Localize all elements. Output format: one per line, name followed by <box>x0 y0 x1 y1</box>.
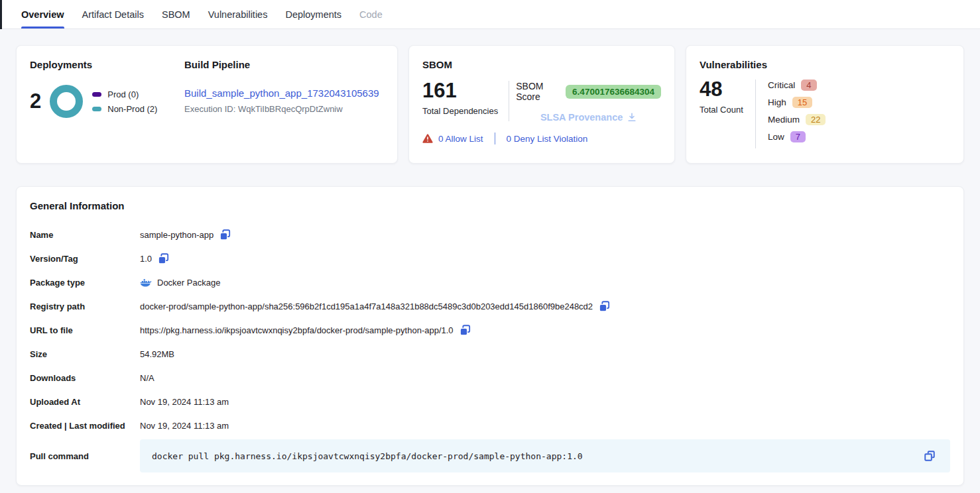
sbom-score-label: SBOM Score <box>516 81 560 102</box>
sbom-total-label: Total Dependencies <box>422 106 498 116</box>
vulnerabilities-total-label: Total Count <box>700 105 755 115</box>
critical-label: Critical <box>768 80 795 90</box>
uploaded-at-label: Uploaded At <box>30 397 140 407</box>
summary-cards-row: Deployments 2 Prod (0) Non-Prod (2) <box>16 45 964 164</box>
row-created-modified: Created | Last modified Nov 19, 2024 11:… <box>30 413 950 437</box>
links-divider <box>495 133 495 144</box>
deployments-title: Deployments <box>30 59 184 70</box>
pipeline-link[interactable]: Build_sample_python_app_1732043105639 <box>184 87 379 99</box>
row-url-to-file: URL to file https://pkg.harness.io/ikpsj… <box>30 318 950 342</box>
url-to-file-label: URL to file <box>30 325 140 335</box>
medium-count-badge: 22 <box>806 114 826 125</box>
tab-vulnerabilities[interactable]: Vulnerabilities <box>208 0 268 28</box>
copy-name-button[interactable] <box>219 229 231 241</box>
slsa-provenance-link[interactable]: SLSA Provenance <box>540 112 637 123</box>
pull-command-label: Pull command <box>30 451 140 461</box>
vulnerabilities-title: Vulnerabilities <box>700 59 950 70</box>
downloads-value: N/A <box>140 373 154 383</box>
general-information-card: General Information Name sample-python-a… <box>16 186 964 486</box>
package-type-label: Package type <box>30 278 140 288</box>
registry-path-value: docker-prod/sample-python-app/sha256:596… <box>140 301 593 311</box>
sbom-card: SBOM 161 Total Dependencies SBOM Score 6… <box>408 45 675 164</box>
severity-row-low: Low 7 <box>768 130 826 144</box>
sidebar-edge <box>0 0 2 29</box>
size-value: 54.92MB <box>140 349 174 359</box>
general-information-title: General Information <box>30 200 950 211</box>
row-uploaded-at: Uploaded At Nov 19, 2024 11:13 am <box>30 390 950 413</box>
execution-id: Execution ID: WqkTiIbBRqecQrpDtZwniw <box>184 104 384 114</box>
deployments-total-count: 2 <box>30 89 41 113</box>
deployments-section: Deployments 2 Prod (0) Non-Prod (2) <box>30 59 184 150</box>
severity-row-critical: Critical 4 <box>768 78 826 92</box>
build-pipeline-title: Build Pipeline <box>184 59 384 70</box>
tab-overview[interactable]: Overview <box>21 0 64 28</box>
legend-item-prod: Prod (0) <box>92 89 157 99</box>
row-size: Size 54.92MB <box>30 342 950 366</box>
deployments-legend: Prod (0) Non-Prod (2) <box>92 89 157 114</box>
deny-list-link[interactable]: 0 Deny List Violation <box>507 134 588 144</box>
overview-content: Deployments 2 Prod (0) Non-Prod (2) <box>0 29 980 493</box>
deployments-donut-chart <box>49 84 84 119</box>
critical-count-badge: 4 <box>801 80 816 91</box>
tab-code: Code <box>359 0 383 28</box>
severity-row-medium: Medium 22 <box>768 113 826 127</box>
row-package-type: Package type Docker Package <box>30 270 950 294</box>
sbom-score-badge: 6.470017636684304 <box>566 85 661 99</box>
medium-label: Medium <box>768 115 800 125</box>
uploaded-at-value: Nov 19, 2024 11:13 am <box>140 397 229 407</box>
tab-deployments[interactable]: Deployments <box>285 0 341 28</box>
copy-icon <box>459 325 471 336</box>
size-label: Size <box>30 349 140 359</box>
prod-label: Prod (0) <box>107 89 139 99</box>
sbom-total-count: 161 <box>422 80 498 102</box>
registry-path-label: Registry path <box>30 301 140 311</box>
name-label: Name <box>30 230 140 240</box>
version-label: Version/Tag <box>30 254 140 264</box>
artifact-tabbar: Overview Artifact Details SBOM Vulnerabi… <box>0 0 980 29</box>
allow-list-link[interactable]: 0 Allow List <box>438 134 483 144</box>
name-value: sample-python-app <box>140 230 214 240</box>
created-modified-label: Created | Last modified <box>30 421 140 431</box>
package-type-value: Docker Package <box>157 278 220 288</box>
sbom-totals: 161 Total Dependencies <box>422 80 498 123</box>
copy-version-button[interactable] <box>158 253 169 264</box>
docker-whale-icon <box>140 278 153 288</box>
vulnerabilities-card: Vulnerabilities 48 Total Count Critical … <box>686 45 964 164</box>
vulnerabilities-totals: 48 Total Count <box>700 78 755 150</box>
copy-icon <box>599 301 610 312</box>
copy-registry-path-button[interactable] <box>599 301 610 312</box>
copy-icon <box>219 229 231 241</box>
low-label: Low <box>768 132 784 142</box>
deployments-card: Deployments 2 Prod (0) Non-Prod (2) <box>16 45 398 164</box>
copy-url-button[interactable] <box>459 325 471 336</box>
build-pipeline-section: Build Pipeline Build_sample_python_app_1… <box>184 59 384 150</box>
severity-list: Critical 4 High 15 Medium 22 Low 7 <box>756 78 826 150</box>
row-downloads: Downloads N/A <box>30 366 950 390</box>
row-version: Version/Tag 1.0 <box>30 246 950 270</box>
download-icon <box>627 113 637 122</box>
severity-row-high: High 15 <box>768 95 826 109</box>
tab-sbom[interactable]: SBOM <box>162 0 190 28</box>
slsa-provenance-label: SLSA Provenance <box>540 112 623 123</box>
vulnerabilities-total-count: 48 <box>700 78 755 101</box>
version-value: 1.0 <box>140 254 152 264</box>
row-registry-path: Registry path docker-prod/sample-python-… <box>30 294 950 318</box>
prod-swatch <box>92 92 101 97</box>
high-label: High <box>768 97 786 107</box>
tab-artifact-details[interactable]: Artifact Details <box>82 0 144 28</box>
url-to-file-value: https://pkg.harness.io/ikpsjoavtcwxnqisy… <box>140 325 454 335</box>
low-count-badge: 7 <box>790 131 806 142</box>
copy-icon <box>158 253 169 264</box>
downloads-label: Downloads <box>30 373 140 383</box>
warning-triangle-icon <box>422 134 433 143</box>
pull-command-box: docker pull pkg.harness.io/ikpsjoavtcwxn… <box>140 439 950 472</box>
nonprod-label: Non-Prod (2) <box>107 104 157 114</box>
row-name: Name sample-python-app <box>30 223 950 246</box>
legend-item-nonprod: Non-Prod (2) <box>92 104 157 114</box>
created-modified-value: Nov 19, 2024 11:13 am <box>140 421 229 431</box>
pull-command-value: docker pull pkg.harness.io/ikpsjoavtcwxn… <box>152 451 583 461</box>
copy-pull-command-button[interactable] <box>924 450 936 462</box>
high-count-badge: 15 <box>792 97 812 108</box>
sbom-title: SBOM <box>422 59 661 70</box>
nonprod-swatch <box>92 107 101 111</box>
